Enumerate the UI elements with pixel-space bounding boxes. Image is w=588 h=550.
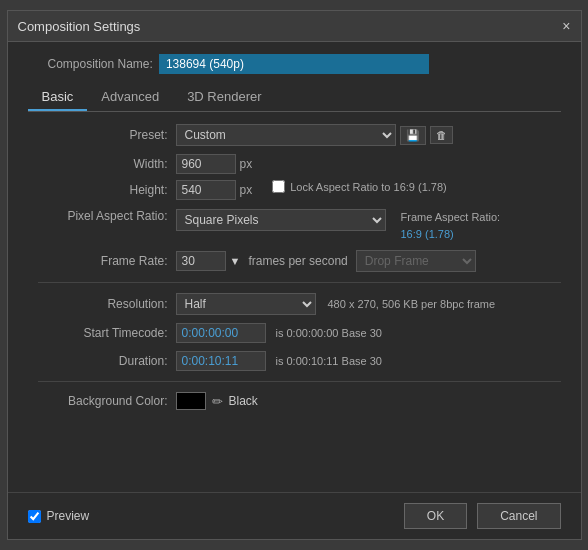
duration-info: is 0:00:10:11 Base 30 bbox=[276, 355, 382, 367]
lock-aspect-checkbox[interactable] bbox=[272, 180, 285, 193]
frame-aspect-info: Frame Aspect Ratio: 16:9 (1.78) bbox=[401, 209, 501, 242]
comp-name-row: Composition Name: bbox=[28, 54, 561, 74]
preview-label: Preview bbox=[47, 509, 90, 523]
ok-button[interactable]: OK bbox=[404, 503, 467, 529]
dialog-content: Composition Name: Basic Advanced 3D Rend… bbox=[8, 42, 581, 492]
color-swatch[interactable] bbox=[176, 392, 206, 410]
frame-rate-input[interactable] bbox=[176, 251, 226, 271]
background-color-label: Background Color: bbox=[38, 394, 168, 408]
background-color-row: Background Color: ✏ Black bbox=[38, 392, 561, 410]
lock-aspect-row: Lock Aspect Ratio to 16:9 (1.78) bbox=[272, 180, 447, 193]
resolution-select[interactable]: Half Full Third Quarter Custom bbox=[176, 293, 316, 315]
resolution-info: 480 x 270, 506 KB per 8bpc frame bbox=[328, 298, 496, 310]
frame-rate-row: Frame Rate: ▼ frames per second Drop Fra… bbox=[38, 250, 561, 272]
height-row: Height: px bbox=[38, 180, 253, 200]
pixel-aspect-select[interactable]: Square Pixels bbox=[176, 209, 386, 231]
close-button[interactable]: × bbox=[562, 18, 570, 34]
duration-label: Duration: bbox=[38, 354, 168, 368]
resolution-label: Resolution: bbox=[38, 297, 168, 311]
fps-dropdown-arrow[interactable]: ▼ bbox=[230, 255, 241, 267]
preset-select[interactable]: Custom bbox=[176, 124, 396, 146]
dialog-title: Composition Settings bbox=[18, 19, 141, 34]
title-bar: Composition Settings × bbox=[8, 11, 581, 42]
tab-3d-renderer[interactable]: 3D Renderer bbox=[173, 84, 275, 111]
tab-basic[interactable]: Basic bbox=[28, 84, 88, 111]
preset-delete-button[interactable]: 🗑 bbox=[430, 126, 453, 144]
pixel-aspect-row: Pixel Aspect Ratio: Square Pixels Frame … bbox=[38, 209, 561, 242]
preset-controls: Custom 💾 🗑 bbox=[176, 124, 453, 146]
drop-frame-select[interactable]: Drop Frame Non-Drop Frame bbox=[356, 250, 476, 272]
width-row: Width: px bbox=[38, 154, 561, 174]
width-label: Width: bbox=[38, 157, 168, 171]
footer-buttons: OK Cancel bbox=[404, 503, 561, 529]
preview-checkbox[interactable] bbox=[28, 510, 41, 523]
width-unit: px bbox=[240, 157, 253, 171]
preset-row: Preset: Custom 💾 🗑 bbox=[38, 124, 561, 146]
lock-aspect-label: Lock Aspect Ratio to 16:9 (1.78) bbox=[290, 181, 447, 193]
preview-row: Preview bbox=[28, 509, 90, 523]
tabs-container: Basic Advanced 3D Renderer bbox=[28, 84, 561, 112]
comp-name-label: Composition Name: bbox=[48, 57, 153, 71]
tab-advanced[interactable]: Advanced bbox=[87, 84, 173, 111]
pixel-aspect-label: Pixel Aspect Ratio: bbox=[38, 209, 168, 223]
resolution-row: Resolution: Half Full Third Quarter Cust… bbox=[38, 293, 561, 315]
color-name: Black bbox=[229, 394, 258, 408]
composition-settings-dialog: Composition Settings × Composition Name:… bbox=[7, 10, 582, 540]
duration-row: Duration: is 0:00:10:11 Base 30 bbox=[38, 351, 561, 371]
start-timecode-input[interactable] bbox=[176, 323, 266, 343]
height-label: Height: bbox=[38, 183, 168, 197]
height-unit: px bbox=[240, 183, 253, 197]
height-lock-section: Height: px Lock Aspect Ratio to 16:9 (1.… bbox=[38, 180, 561, 201]
divider-1 bbox=[38, 282, 561, 283]
divider-2 bbox=[38, 381, 561, 382]
preset-save-button[interactable]: 💾 bbox=[400, 126, 426, 145]
width-input[interactable] bbox=[176, 154, 236, 174]
frame-rate-label: Frame Rate: bbox=[38, 254, 168, 268]
start-timecode-label: Start Timecode: bbox=[38, 326, 168, 340]
frame-aspect-value: 16:9 (1.78) bbox=[401, 228, 454, 240]
basic-form: Preset: Custom 💾 🗑 Width: px Height: bbox=[28, 124, 561, 410]
comp-name-input[interactable] bbox=[159, 54, 429, 74]
start-timecode-row: Start Timecode: is 0:00:00:00 Base 30 bbox=[38, 323, 561, 343]
start-timecode-info: is 0:00:00:00 Base 30 bbox=[276, 327, 382, 339]
dialog-footer: Preview OK Cancel bbox=[8, 492, 581, 539]
frames-per-second-label: frames per second bbox=[248, 254, 347, 268]
preset-label: Preset: bbox=[38, 128, 168, 142]
height-input[interactable] bbox=[176, 180, 236, 200]
eyedropper-icon[interactable]: ✏ bbox=[212, 394, 223, 409]
cancel-button[interactable]: Cancel bbox=[477, 503, 560, 529]
duration-input[interactable] bbox=[176, 351, 266, 371]
frame-aspect-label: Frame Aspect Ratio: bbox=[401, 209, 501, 226]
